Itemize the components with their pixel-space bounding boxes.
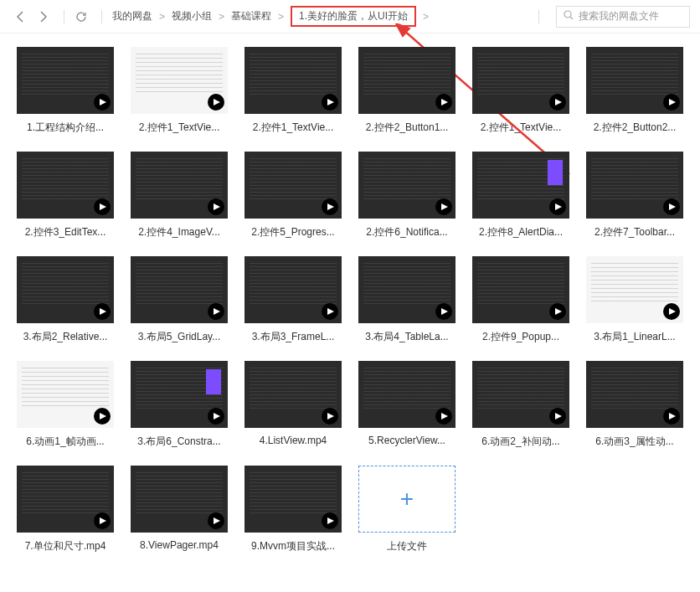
video-thumbnail[interactable] [17,361,114,428]
file-name: 8.ViewPager.mp4 [140,539,219,551]
video-thumbnail[interactable] [472,152,569,219]
video-thumbnail[interactable] [586,47,683,114]
file-name: 3.布局4_TableLa... [365,330,448,344]
file-item[interactable]: 2.控件7_Toolbar... [583,152,687,239]
nav-back-button[interactable] [10,7,30,27]
play-icon [208,408,224,425]
file-name: 1.工程结构介绍... [27,121,104,135]
video-thumbnail[interactable] [17,466,114,533]
file-item[interactable]: 2.控件5_Progres... [241,152,345,239]
play-icon [435,198,452,215]
file-name: 3.布局6_Constra... [137,435,220,449]
file-item[interactable]: 3.布局1_LinearL... [583,256,687,344]
file-name: 6.动画3_属性动... [595,435,673,449]
play-icon [94,512,111,529]
refresh-icon [75,11,87,23]
file-item[interactable]: 2.控件3_EditTex... [13,152,117,239]
video-thumbnail[interactable] [17,47,114,114]
file-item[interactable]: 3.布局5_GridLay... [127,256,231,344]
video-thumbnail[interactable] [244,361,342,428]
play-icon [208,512,224,529]
search-icon [564,10,574,23]
file-name: 5.RecyclerView... [368,435,445,446]
file-item[interactable]: 4.ListView.mp4 [241,361,345,449]
file-item[interactable]: 3.布局3_FrameL... [241,256,345,344]
file-item[interactable]: 2.控件8_AlertDia... [469,152,573,239]
video-thumbnail[interactable] [586,256,683,323]
breadcrumb-separator: > [423,11,429,23]
upload-item[interactable]: +上传文件 [355,466,459,553]
file-name: 2.控件3_EditTex... [25,225,106,239]
play-icon [549,408,566,425]
video-thumbnail[interactable] [358,361,456,428]
file-name: 3.布局5_GridLay... [138,330,220,344]
file-name: 3.布局2_Relative... [23,330,108,344]
file-name: 2.控件8_AlertDia... [479,225,563,239]
refresh-button[interactable] [71,7,91,27]
file-name: 2.控件5_Progres... [251,225,334,239]
file-item[interactable]: 2.控件1_TextVie... [241,47,345,135]
file-item[interactable]: 2.控件4_ImageV... [127,152,231,239]
video-thumbnail[interactable] [472,361,569,428]
file-item[interactable]: 2.控件1_TextVie... [469,47,573,135]
video-thumbnail[interactable] [244,256,342,323]
file-name: 6.动画1_帧动画... [26,435,104,449]
video-thumbnail[interactable] [244,466,342,533]
file-item[interactable]: 5.RecyclerView... [355,361,459,449]
file-name: 9.Mvvm项目实战... [251,539,335,553]
file-item[interactable]: 6.动画1_帧动画... [13,361,117,449]
video-thumbnail[interactable] [586,152,683,219]
breadcrumb: 我的网盘>视频小组>基础课程>1.美好的脸蛋，从UI开始> [109,6,532,27]
file-item[interactable]: 8.ViewPager.mp4 [127,466,231,553]
video-thumbnail[interactable] [244,152,342,219]
file-item[interactable]: 2.控件1_TextVie... [127,47,231,135]
file-item[interactable]: 1.工程结构介绍... [13,47,117,135]
file-item[interactable]: 2.控件9_Popup... [469,256,573,344]
file-item[interactable]: 2.控件2_Button2... [583,47,687,135]
nav-forward-button[interactable] [33,7,54,27]
file-name: 2.控件1_TextVie... [139,121,220,135]
play-icon [435,303,452,320]
video-thumbnail[interactable] [131,361,228,428]
file-name: 6.动画2_补间动... [481,435,559,449]
file-item[interactable]: 2.控件6_Notifica... [355,152,459,239]
video-thumbnail[interactable] [131,256,228,323]
file-item[interactable]: 2.控件2_Button1... [355,47,459,135]
breadcrumb-item[interactable]: 基础课程 [231,9,271,23]
play-icon [208,198,224,215]
svg-line-1 [570,17,573,19]
video-thumbnail[interactable] [358,152,456,219]
video-thumbnail[interactable] [358,256,456,323]
play-icon [94,303,111,320]
play-icon [322,198,338,215]
search-input[interactable]: 搜索我的网盘文件 [556,6,690,28]
breadcrumb-item[interactable]: 我的网盘 [112,9,152,23]
file-item[interactable]: 6.动画2_补间动... [469,361,573,449]
play-icon [663,94,680,111]
file-item[interactable]: 7.单位和尺寸.mp4 [13,466,117,553]
file-item[interactable]: 6.动画3_属性动... [583,361,687,449]
video-thumbnail[interactable] [131,47,228,114]
video-thumbnail[interactable] [358,47,456,114]
breadcrumb-separator: > [219,11,224,23]
video-thumbnail[interactable] [131,152,228,219]
video-thumbnail[interactable] [586,361,683,428]
file-item[interactable]: 3.布局2_Relative... [13,256,117,344]
play-icon [322,94,338,111]
video-thumbnail[interactable] [131,466,228,533]
video-thumbnail[interactable] [17,152,114,219]
file-item[interactable]: 9.Mvvm项目实战... [241,466,345,553]
breadcrumb-item[interactable]: 视频小组 [172,9,212,23]
file-item[interactable]: 3.布局4_TableLa... [355,256,459,344]
upload-tile[interactable]: + [358,466,456,533]
file-name: 2.控件1_TextVie... [253,121,334,135]
video-thumbnail[interactable] [472,47,569,114]
chevron-left-icon [16,11,24,23]
play-icon [322,408,338,425]
video-thumbnail[interactable] [472,256,569,323]
play-icon [663,408,680,425]
breadcrumb-item[interactable]: 1.美好的脸蛋，从UI开始 [291,6,416,27]
video-thumbnail[interactable] [17,256,114,323]
video-thumbnail[interactable] [244,47,342,114]
file-item[interactable]: 3.布局6_Constra... [127,361,231,449]
